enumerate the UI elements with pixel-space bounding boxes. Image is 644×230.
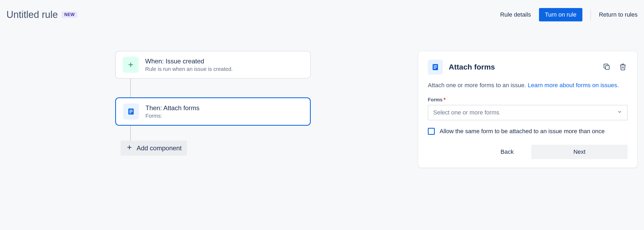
action-title: Then: Attach forms bbox=[145, 104, 199, 112]
trigger-card[interactable]: When: Issue created Rule is run when an … bbox=[115, 51, 311, 79]
svg-rect-9 bbox=[434, 66, 437, 66]
svg-rect-11 bbox=[434, 68, 436, 69]
connector-line bbox=[130, 79, 131, 97]
forms-label: Forms * bbox=[428, 97, 628, 103]
header-right: Rule details Turn on rule Return to rule… bbox=[500, 8, 638, 21]
svg-rect-4 bbox=[129, 111, 133, 112]
action-subtitle: Forms: bbox=[145, 113, 199, 119]
header-left: Untitled rule NEW bbox=[6, 9, 77, 20]
panel-actions bbox=[602, 62, 628, 72]
forms-select[interactable]: Select one or more forms bbox=[428, 105, 628, 120]
allow-duplicate-row: Allow the same form to be attached to an… bbox=[428, 127, 628, 136]
svg-rect-12 bbox=[605, 66, 609, 69]
next-button[interactable]: Next bbox=[531, 145, 628, 159]
new-badge: NEW bbox=[62, 11, 77, 18]
connector-line bbox=[130, 126, 131, 141]
page-title: Untitled rule bbox=[6, 9, 58, 20]
allow-duplicate-checkbox[interactable] bbox=[428, 128, 435, 135]
svg-rect-10 bbox=[434, 67, 437, 68]
rule-details-link[interactable]: Rule details bbox=[500, 11, 531, 18]
form-icon bbox=[428, 60, 443, 75]
learn-more-link[interactable]: Learn more about forms on issues. bbox=[528, 82, 619, 89]
trigger-title: When: Issue created bbox=[145, 57, 233, 65]
back-button[interactable]: Back bbox=[483, 145, 531, 159]
add-component-label: Add component bbox=[137, 144, 182, 152]
forms-label-text: Forms bbox=[428, 97, 443, 103]
chevron-down-icon bbox=[617, 109, 622, 116]
header-bar: Untitled rule NEW Rule details Turn on r… bbox=[0, 0, 644, 27]
trigger-subtitle: Rule is run when an issue is created. bbox=[145, 66, 233, 72]
forms-select-placeholder: Select one or more forms bbox=[433, 109, 499, 116]
svg-rect-5 bbox=[129, 113, 132, 113]
delete-button[interactable] bbox=[618, 62, 628, 72]
panel-footer: Back Next bbox=[428, 145, 628, 159]
duplicate-button[interactable] bbox=[602, 62, 612, 72]
main-content: When: Issue created Rule is run when an … bbox=[0, 27, 644, 168]
action-card[interactable]: Then: Attach forms Forms: bbox=[115, 97, 311, 126]
flow-column: When: Issue created Rule is run when an … bbox=[115, 51, 319, 168]
panel-description: Attach one or more forms to an issue. Le… bbox=[428, 81, 628, 90]
required-indicator: * bbox=[444, 97, 445, 103]
add-component-button[interactable]: Add component bbox=[121, 141, 187, 156]
allow-duplicate-label: Allow the same form to be attached to an… bbox=[440, 127, 605, 136]
action-text: Then: Attach forms Forms: bbox=[145, 104, 199, 119]
turn-on-rule-button[interactable]: Turn on rule bbox=[539, 8, 582, 21]
trigger-text: When: Issue created Rule is run when an … bbox=[145, 57, 233, 72]
panel-header: Attach forms bbox=[428, 60, 628, 75]
plus-icon bbox=[123, 57, 139, 73]
panel-header-left: Attach forms bbox=[428, 60, 495, 75]
return-to-rules-link[interactable]: Return to rules bbox=[599, 11, 638, 18]
svg-rect-3 bbox=[129, 110, 133, 111]
config-panel: Attach forms Attach one or more forms to… bbox=[418, 51, 638, 168]
panel-title: Attach forms bbox=[449, 63, 495, 71]
divider bbox=[590, 9, 591, 20]
panel-description-text: Attach one or more forms to an issue. bbox=[428, 82, 528, 89]
plus-icon bbox=[126, 144, 133, 152]
form-icon bbox=[123, 103, 139, 120]
